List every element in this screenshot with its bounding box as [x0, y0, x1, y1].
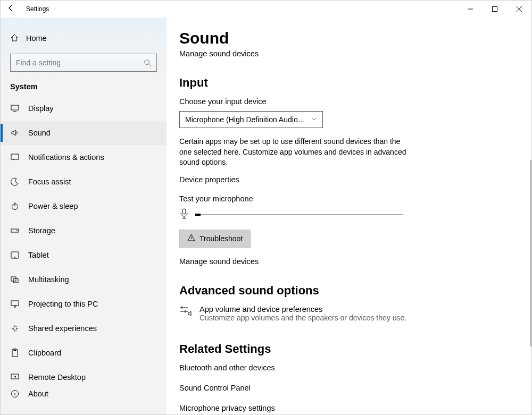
- chevron-down-icon: [311, 115, 317, 124]
- sidebar-item-display[interactable]: Display: [1, 96, 167, 121]
- sidebar-item-label: Multitasking: [28, 275, 69, 284]
- sidebar-item-multitasking[interactable]: Multitasking: [1, 267, 167, 292]
- app-volume-row[interactable]: App volume and device preferences Custom…: [179, 305, 519, 322]
- related-link-mic-privacy[interactable]: Microphone privacy settings: [179, 404, 519, 412]
- sound-icon: [10, 129, 20, 137]
- sidebar-item-label: Projecting to this PC: [28, 300, 98, 308]
- mic-level-bar: [195, 214, 403, 215]
- window-title: Settings: [26, 5, 49, 13]
- info-icon: [10, 389, 20, 398]
- input-heading: Input: [179, 76, 519, 90]
- minimize-button[interactable]: [458, 1, 483, 18]
- svg-point-8: [14, 257, 15, 257]
- home-icon: [10, 33, 19, 44]
- tablet-icon: [10, 251, 20, 259]
- input-note: Certain apps may be set up to use differ…: [179, 137, 408, 168]
- sidebar-section-title: System: [1, 72, 167, 96]
- svg-rect-3: [11, 154, 19, 159]
- titlebar: Settings: [1, 1, 531, 18]
- sidebar-nav: Display Sound Notifications & actions Fo…: [1, 96, 167, 405]
- sidebar-item-shared[interactable]: Shared experiences: [1, 316, 167, 341]
- sidebar-item-label: Clipboard: [28, 349, 61, 357]
- sidebar-item-label: Shared experiences: [28, 324, 97, 333]
- dropdown-value: Microphone (High Definition Audio…: [185, 115, 305, 124]
- power-icon: [10, 202, 20, 210]
- sidebar-item-remote-desktop[interactable]: Remote Desktop: [1, 365, 167, 389]
- search-input[interactable]: [11, 58, 138, 67]
- sidebar-item-projecting[interactable]: Projecting to this PC: [1, 292, 167, 316]
- sliders-icon: [179, 305, 192, 319]
- related-link-sound-control-panel[interactable]: Sound Control Panel: [179, 384, 519, 392]
- device-properties-link[interactable]: Device properties: [179, 175, 519, 184]
- sidebar-item-label: About: [28, 389, 48, 398]
- clipboard-icon: [10, 349, 20, 357]
- mic-test-row: [179, 208, 519, 221]
- sidebar-item-about[interactable]: About: [1, 389, 167, 405]
- window-controls: [458, 1, 531, 18]
- troubleshoot-label: Troubleshoot: [200, 234, 243, 243]
- choose-input-label: Choose your input device: [179, 97, 519, 106]
- display-icon: [10, 105, 20, 112]
- svg-point-1: [145, 60, 149, 65]
- sidebar-item-notifications[interactable]: Notifications & actions: [1, 145, 167, 170]
- shared-icon: [10, 324, 20, 333]
- sidebar-item-label: Focus assist: [28, 177, 71, 186]
- sidebar-item-focus-assist[interactable]: Focus assist: [1, 170, 167, 194]
- svg-rect-16: [182, 209, 186, 214]
- sidebar-item-label: Notifications & actions: [28, 153, 104, 162]
- titlebar-left: Settings: [1, 4, 458, 14]
- sidebar-item-label: Tablet: [28, 251, 49, 259]
- sidebar-home-label: Home: [26, 34, 47, 43]
- test-mic-label: Test your microphone: [179, 194, 519, 203]
- sidebar-item-label: Display: [28, 104, 54, 113]
- svg-rect-11: [11, 301, 19, 306]
- troubleshoot-button[interactable]: Troubleshoot: [179, 230, 251, 248]
- advanced-heading: Advanced sound options: [179, 284, 519, 298]
- mic-level-fill: [195, 214, 201, 216]
- page-title: Sound: [179, 29, 519, 47]
- storage-icon: [10, 227, 20, 234]
- svg-rect-0: [493, 7, 497, 12]
- maximize-button[interactable]: [483, 1, 507, 18]
- sidebar: Home System Display Sound: [1, 18, 167, 414]
- app-volume-title: App volume and device preferences: [200, 305, 406, 314]
- microphone-icon: [179, 208, 189, 221]
- svg-rect-2: [11, 105, 19, 110]
- search-wrap: [1, 49, 167, 72]
- sidebar-item-tablet[interactable]: Tablet: [1, 243, 167, 267]
- scrollbar[interactable]: [530, 160, 531, 346]
- notifications-icon: [10, 154, 20, 161]
- related-link-bluetooth[interactable]: Bluetooth and other devices: [179, 363, 519, 372]
- sidebar-home[interactable]: Home: [1, 27, 167, 49]
- settings-window: Settings Home Sys: [0, 0, 532, 415]
- manage-sound-devices-top-link[interactable]: Manage sound devices: [179, 49, 519, 58]
- app-volume-text: App volume and device preferences Custom…: [200, 305, 406, 322]
- close-button[interactable]: [507, 1, 531, 18]
- sidebar-item-label: Storage: [28, 226, 55, 235]
- projecting-icon: [10, 300, 20, 308]
- sidebar-item-storage[interactable]: Storage: [1, 218, 167, 243]
- search-box[interactable]: [10, 54, 157, 72]
- content-pane[interactable]: Sound Manage sound devices Input Choose …: [167, 18, 531, 414]
- remote-desktop-icon: [10, 374, 20, 381]
- app-volume-desc: Customize app volumes and the speakers o…: [200, 314, 406, 322]
- back-button[interactable]: [7, 4, 15, 14]
- sidebar-item-power[interactable]: Power & sleep: [1, 194, 167, 218]
- svg-point-6: [16, 230, 17, 231]
- sidebar-item-label: Power & sleep: [28, 202, 78, 210]
- moon-icon: [10, 177, 20, 186]
- sidebar-item-clipboard[interactable]: Clipboard: [1, 341, 167, 365]
- sidebar-item-label: Sound: [28, 129, 51, 137]
- sidebar-item-label: Remote Desktop: [28, 373, 86, 382]
- warning-icon: [187, 234, 195, 243]
- sidebar-item-sound[interactable]: Sound: [1, 121, 167, 145]
- manage-sound-devices-link[interactable]: Manage sound devices: [179, 257, 519, 266]
- multitasking-icon: [10, 276, 20, 283]
- input-device-dropdown[interactable]: Microphone (High Definition Audio…: [179, 111, 323, 128]
- window-body: Home System Display Sound: [1, 18, 531, 414]
- related-heading: Related Settings: [179, 342, 519, 356]
- search-icon[interactable]: [138, 59, 156, 66]
